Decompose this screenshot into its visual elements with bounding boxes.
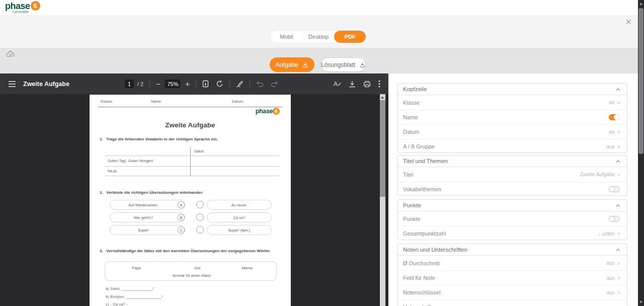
tab-mobil[interactable]: Mobil — [271, 31, 302, 43]
scroll-up-icon[interactable] — [639, 3, 642, 5]
logo-subtitle: Lehrkräfte — [13, 10, 40, 14]
pdf-document-title: Zweite Aufgabe — [23, 81, 69, 88]
more-options-icon[interactable] — [378, 80, 380, 88]
preview-mode-tabs: Mobil Desktop PDF — [270, 30, 366, 43]
logo-wordmark: phase — [5, 2, 30, 11]
pdf-scrollbar[interactable] — [380, 94, 385, 306]
match-row: Super! C Super! (fam.) — [90, 225, 291, 235]
fill-in-item: c) - Ça va? - ______________ — [106, 302, 159, 306]
letter-badge: C — [178, 226, 185, 234]
cloud-sync-icon — [6, 50, 15, 58]
download-icon — [360, 62, 365, 68]
exercise3-prompt: 3.Vervollständige die Sätze mit den korr… — [100, 249, 271, 253]
menu-icon[interactable] — [8, 81, 16, 88]
text-highlight-icon[interactable]: A — [333, 80, 341, 88]
section-kopfzeile-header[interactable]: Kopfzeile — [398, 84, 627, 95]
action-band: Aufgabe Lösungsblatt — [0, 48, 644, 73]
chevron-right-icon: › — [618, 171, 620, 178]
setting-row-feld-fuer-note[interactable]: Feld für Note aus› — [398, 270, 627, 285]
letter-badge: B — [178, 214, 185, 221]
chevron-right-icon: › — [618, 274, 620, 281]
main-scrollbar[interactable] — [638, 0, 644, 306]
rotate-icon[interactable] — [216, 80, 223, 88]
field-datum: Datum: — [232, 99, 244, 104]
zoom-out-button[interactable]: − — [156, 81, 160, 88]
tab-pdf[interactable]: PDF — [334, 31, 366, 43]
answer-circle — [196, 201, 204, 208]
setting-row-vokabelthemen[interactable]: Vokabelthemen — [398, 182, 627, 196]
logo-six-icon: 6 — [31, 1, 40, 11]
punkte-toggle[interactable] — [609, 216, 620, 222]
letter-badge: A — [178, 201, 185, 208]
setting-row-durchschnitt[interactable]: Ø Durchschnitt aus› — [398, 256, 627, 270]
fill-in-item: b) Bonjour, ________________! — [106, 294, 163, 299]
annotate-pen-icon[interactable] — [236, 81, 244, 88]
chevron-right-icon: › — [618, 230, 620, 237]
download-task-button[interactable]: Aufgabe — [270, 57, 314, 72]
setting-row-klasse[interactable]: Klasse an› — [398, 95, 627, 110]
download-solution-button[interactable]: Lösungsblatt — [320, 57, 366, 72]
download-solution-label: Lösungsblatt — [321, 61, 355, 68]
worksheet-page: Klasse: Name: Datum: phase 6 Zweite Aufg… — [90, 95, 291, 306]
zoom-in-button[interactable]: + — [185, 81, 189, 88]
table-row: Guten Tag!, Guten Morgen! — [108, 159, 153, 163]
zoom-level[interactable]: 75% — [165, 80, 180, 88]
svg-text:A: A — [334, 81, 338, 88]
section-punkte-header[interactable]: Punkte — [398, 200, 627, 211]
vocab-table: Salut! Guten Tag!, Guten Morgen! Na ja. — [105, 147, 279, 176]
page-number-input[interactable]: 1 — [125, 80, 134, 88]
print-icon[interactable] — [363, 81, 371, 88]
logo-six-icon: 6 — [273, 108, 280, 115]
scroll-down-icon[interactable] — [639, 301, 642, 303]
main-scrollbar-thumb[interactable] — [638, 8, 643, 154]
vokabelthemen-toggle[interactable] — [609, 186, 620, 192]
setting-row-name[interactable]: Name — [398, 110, 627, 124]
setting-row-titel[interactable]: Titel Zweite Aufgabe› — [398, 167, 627, 182]
scroll-up-icon[interactable] — [381, 96, 384, 99]
field-name: Name: — [151, 99, 162, 104]
pdf-scrollbar-thumb[interactable] — [380, 100, 385, 197]
chevron-right-icon: › — [618, 289, 620, 295]
setting-row-punkte[interactable]: Punkte — [398, 211, 627, 226]
download-icon[interactable] — [349, 81, 356, 88]
answer-circle — [196, 213, 204, 221]
section-noten-header[interactable]: Noten und Unterschriften — [398, 244, 627, 256]
match-row: Auf Wiedersehen. A Au revoir. — [90, 200, 291, 210]
table-header-right: Salut! — [194, 149, 204, 154]
name-toggle[interactable] — [609, 114, 620, 120]
setting-row-datum[interactable]: Datum an› — [398, 124, 627, 139]
collapse-icon — [616, 249, 620, 251]
chevron-right-icon: › — [618, 260, 620, 266]
chevron-right-icon: › — [618, 143, 620, 149]
match-row: Wie geht's? B Ça va? — [90, 212, 291, 222]
pdf-viewer: Zweite Aufgabe 1 / 2 − 75% + — [0, 73, 388, 306]
worksheet-title: Zweite Aufgabe — [90, 121, 291, 129]
collapse-icon — [616, 160, 620, 163]
setting-row-unterschrift[interactable]: Unterschrift aus› — [398, 299, 627, 306]
fit-page-icon[interactable] — [202, 80, 209, 88]
pdf-content-area: Klasse: Name: Datum: phase 6 Zweite Aufg… — [0, 94, 388, 306]
section-titel-header[interactable]: Titel und Themen — [398, 156, 627, 167]
undo-icon — [256, 81, 264, 87]
top-bar: phase 6 Lehrkräfte — [0, 0, 644, 15]
preview-header: ✕ Mobil Desktop PDF — [0, 15, 644, 48]
close-icon[interactable]: ✕ — [625, 18, 632, 26]
app-window: phase 6 Lehrkräfte ✕ Mobil Desktop PDF A… — [0, 0, 644, 306]
section-titel-themen: Titel und Themen Titel Zweite Aufgabe› V… — [397, 155, 627, 196]
setting-row-gesamtpunktzahl[interactable]: Gesamtpunktzahl ↓ unten› — [398, 226, 627, 240]
header-rule — [98, 107, 282, 107]
redo-icon — [271, 81, 278, 87]
fill-in-item: a) Salut, ______________! — [106, 286, 154, 291]
exercise1-prompt: 1.Trage die fehlenden Vokabeln in der ri… — [100, 137, 218, 141]
page-total: / 2 — [137, 81, 143, 87]
tab-desktop[interactable]: Desktop — [302, 31, 335, 43]
section-kopfzeile: Kopfzeile Klasse an› Name Datum an› A / … — [397, 83, 627, 153]
collapse-icon — [616, 204, 620, 207]
setting-row-notenschluessel[interactable]: Notenschlüssel aus› — [398, 285, 627, 299]
download-icon — [302, 62, 308, 68]
collapse-icon — [616, 88, 620, 91]
phase6-logo[interactable]: phase 6 Lehrkräfte — [5, 1, 40, 14]
setting-row-ab-gruppe[interactable]: A / B Gruppe aus› — [398, 139, 627, 153]
download-task-label: Aufgabe — [276, 61, 298, 68]
answer-circle — [196, 226, 204, 234]
